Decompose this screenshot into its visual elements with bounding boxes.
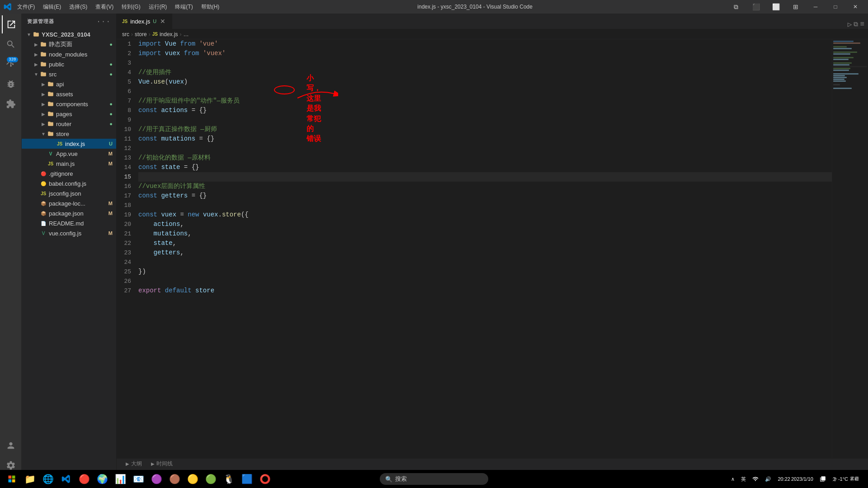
taskbar-app-3[interactable]: 🔴 [76,471,92,487]
tree-node-modules[interactable]: ▶ node_modules [22,49,116,59]
taskbar-app-4[interactable]: 🌍 [94,471,110,487]
menu-file[interactable]: 文件(F) [14,2,38,12]
timeline-chevron: ▶ [151,461,155,466]
tree-components[interactable]: ▶ components ● [22,99,116,109]
taskbar-notification-center[interactable] [818,475,828,483]
outline-label: 大纲 [131,460,142,468]
tree-babel[interactable]: 🟡 babel.config.js [22,178,116,188]
code-line-13: //初始化的数据 —原材料 [138,153,832,163]
code-editor[interactable]: import Vue from 'vue' import vuex from '… [135,39,832,458]
taskbar-app-5[interactable]: 📊 [112,471,128,487]
tree-store[interactable]: ▼ store [22,129,116,139]
taskbar-wifi[interactable] [750,475,760,483]
menu-goto[interactable]: 转到(G) [118,2,144,12]
sidebar-options[interactable]: ··· [96,18,111,26]
activity-extensions[interactable] [2,95,20,113]
main-js-label: main.js [56,160,108,167]
weather-icon: 🌫 [832,476,837,482]
menu-view[interactable]: 查看(V) [92,2,117,12]
custom-layout-icon[interactable]: ⊞ [787,0,805,14]
breadcrumb: src › store › JS index.js › … [117,29,868,39]
router-badge: ● [109,121,113,127]
taskbar-app-6[interactable]: 📧 [130,471,146,487]
run-icon[interactable]: ▷ [848,20,852,29]
activity-explorer[interactable] [2,15,20,33]
taskbar-app-8[interactable]: 🟤 [166,471,183,487]
taskbar-app-11[interactable]: 🐧 [221,471,237,487]
panel-timeline[interactable]: ▶ 时间线 [147,459,176,469]
menu-edit[interactable]: 编辑(E) [39,2,65,12]
taskbar-vscode[interactable] [58,471,74,487]
close-button[interactable]: ✕ [846,0,864,14]
sidebar-title: 资源管理器 [27,18,54,25]
split-editor-icon2[interactable]: ⧉ [854,21,858,28]
tree-vue-config[interactable]: V vue.config.js M [22,228,116,238]
menu-run[interactable]: 运行(R) [145,2,171,12]
taskbar-datetime[interactable]: 20:22 2023/1/10 [776,475,815,483]
pages-chevron: ▶ [40,112,47,117]
jsconfig-icon: JS [40,190,47,197]
taskbar-app-9[interactable]: 🟡 [184,471,201,487]
taskbar-chevron[interactable]: ∧ [729,475,736,483]
app-vue-icon: V [47,150,54,157]
activity-git[interactable]: 320 [2,55,20,73]
taskbar-file-explorer[interactable]: 📁 [22,471,38,487]
breadcrumb-ellipsis[interactable]: … [184,31,189,38]
tree-index-js[interactable]: JS index.js U [22,139,116,149]
menu-terminal[interactable]: 终端(T) [171,2,196,12]
taskbar-search-box[interactable]: 🔍 搜索 [380,473,488,485]
maximize-button[interactable]: □ [826,0,844,14]
tab-index-js[interactable]: JS index.js U ✕ [117,14,172,29]
tree-src[interactable]: ▼ src ● [22,69,116,79]
tree-main-js[interactable]: JS main.js M [22,159,116,169]
taskbar-app-12[interactable]: 🟦 [239,471,255,487]
breadcrumb-store[interactable]: store [135,31,147,38]
taskbar-app-13[interactable]: ⭕ [257,471,273,487]
ln-20: 20 [117,220,131,229]
tree-jsconfig[interactable]: JS jsconfig.json [22,188,116,198]
breadcrumb-indexjs[interactable]: index.js [160,31,178,38]
panel-outline[interactable]: ▶ 大纲 [122,459,146,469]
taskbar-volume[interactable]: 🔊 [763,475,773,483]
taskbar-edge[interactable]: 🌐 [40,471,56,487]
minimize-button[interactable]: ─ [807,0,825,14]
menu-select[interactable]: 选择(S) [66,2,91,12]
taskbar-app-10[interactable]: 🟢 [203,471,219,487]
tree-assets[interactable]: ▶ assets [22,89,116,99]
code-line-23: getters, [138,248,832,258]
menu-help[interactable]: 帮助(H) [198,2,223,12]
tree-api[interactable]: ▶ api [22,79,116,89]
weather-temp: -1°C [838,476,848,482]
code-line-18 [138,201,832,210]
tree-readme[interactable]: 📄 README.md [22,218,116,228]
tree-app-vue[interactable]: V App.vue M [22,149,116,159]
layout-icon[interactable]: ⬛ [747,0,765,14]
svg-rect-3 [9,479,12,483]
vue-config-label: vue.config.js [49,230,108,237]
taskbar-weather[interactable]: 🌫 -1°C 雾霾 [830,475,861,483]
activity-search[interactable] [2,35,20,53]
tree-gitignore[interactable]: 🔴 .gitignore [22,169,116,178]
taskbar-date: 2023/1/10 [791,476,813,482]
tab-close-button[interactable]: ✕ [159,18,166,25]
tree-root[interactable]: ▼ YXSC_2023_0104 [22,29,116,39]
tree-package-json[interactable]: 📦 package.json M [22,208,116,218]
activity-account[interactable] [2,436,20,455]
breadcrumb-src[interactable]: src [122,31,129,38]
taskbar-app-7[interactable]: 🟣 [148,471,165,487]
more-actions-icon[interactable]: ≡ [860,20,864,28]
split-editor-icon[interactable]: ⧉ [727,0,745,14]
app-vue-label: App.vue [56,150,108,157]
tree-static[interactable]: ▶ 静态页面 ● [22,39,116,49]
pages-badge: ● [109,111,113,117]
taskbar-ime[interactable]: 英 [739,475,748,483]
tree-pages[interactable]: ▶ pages ● [22,109,116,119]
panel-layout-icon[interactable]: ⬜ [767,0,785,14]
tree-public[interactable]: ▶ public ● [22,59,116,69]
start-button[interactable] [4,471,20,487]
minimap[interactable] [832,39,868,458]
assets-chevron: ▶ [40,92,47,97]
activity-debug[interactable] [2,75,20,93]
tree-package-lock[interactable]: 📦 package-loc... M [22,198,116,208]
tree-router[interactable]: ▶ router ● [22,119,116,129]
